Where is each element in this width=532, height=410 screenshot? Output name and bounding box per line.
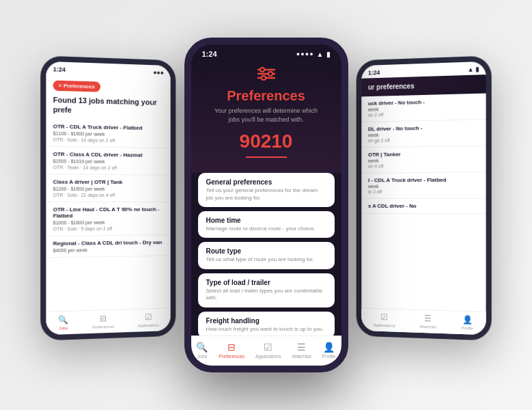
left-time: 1:24 bbox=[53, 66, 66, 73]
menu-item-desc: How much freight you want to touch is up… bbox=[206, 326, 326, 333]
left-job-card[interactable]: Class A driver | OTR | Tank $1200 - $160… bbox=[46, 174, 170, 202]
right-time: 1:24 bbox=[368, 69, 380, 76]
right-watchlist-icon: ☰ bbox=[424, 314, 432, 323]
center-bottom-nav: 🔍 Jobs ⊟ Preferences ☑ Applications ☰ Wa… bbox=[191, 336, 341, 366]
left-job-card[interactable]: OTR - CDL A Truck driver - Flatbed $1100… bbox=[46, 119, 170, 148]
right-job-tags: on 4 off bbox=[368, 163, 479, 168]
center-time: 1:24 bbox=[202, 50, 217, 58]
watchlist-icon: ☰ bbox=[297, 342, 306, 353]
zip-underline bbox=[246, 156, 287, 158]
menu-item-title: Freight handling bbox=[206, 317, 326, 325]
center-menu-item[interactable]: Home time Marriage route or divorce rout… bbox=[198, 211, 335, 238]
preferences-badge[interactable]: ≡ Preferences bbox=[53, 81, 100, 92]
center-menu-item[interactable]: General preferences Tell us your general… bbox=[198, 173, 335, 207]
left-screen: 1:24 ●●● ≡ Preferences Found 13 jobs mat… bbox=[46, 62, 170, 335]
center-nav-applications[interactable]: ☑ Applications bbox=[255, 342, 281, 359]
filter-icon: ⊟ bbox=[100, 314, 107, 323]
job-title: OTR - Class A CDL driver - Hazmat bbox=[53, 151, 164, 159]
left-nav-jobs[interactable]: 🔍 Jobs bbox=[58, 315, 68, 331]
right-job-list: uck driver - No touch - week on 2 off DL… bbox=[361, 94, 486, 312]
right-job-card[interactable]: s A CDL driver - No bbox=[361, 199, 486, 214]
right-job-tags: on go 2 off bbox=[368, 137, 479, 143]
right-job-card[interactable]: I - CDL A Truck driver - Flatbed week in… bbox=[361, 172, 486, 199]
right-nav-profile[interactable]: 👤 Profile bbox=[462, 315, 473, 331]
right-job-card[interactable]: OTR | Tanker week on 4 off bbox=[361, 146, 486, 174]
zip-code[interactable]: 90210 bbox=[240, 131, 293, 152]
center-screen: Preferences Your preferences will determ… bbox=[191, 61, 341, 366]
center-menu-item[interactable]: Type of load / trailer Select all load /… bbox=[198, 273, 335, 308]
center-status-icons: ●●●● ▲ ▮ bbox=[296, 51, 331, 58]
job-pay: $1100 - $1600 per week bbox=[53, 131, 164, 137]
job-tags: OTR · Team · 14 days on 2 off bbox=[53, 165, 164, 170]
right-job-card[interactable]: DL driver - No touch - week on go 2 off bbox=[361, 120, 486, 148]
jobs-search-icon: 🔍 bbox=[196, 342, 208, 353]
job-pay: $1000 - $1600 per week bbox=[53, 219, 164, 225]
svg-point-3 bbox=[260, 68, 264, 72]
found-jobs-text: Found 13 jobs matching your prefe bbox=[53, 95, 164, 117]
center-nav-watchlist[interactable]: ☰ Watchlist bbox=[292, 342, 311, 359]
right-job-title: I - CDL A Truck driver - Flatbed bbox=[368, 177, 479, 184]
right-header-title: ur preferences bbox=[368, 81, 479, 92]
applications-icon: ☑ bbox=[145, 312, 152, 322]
center-nav-preferences[interactable]: ⊟ Preferences bbox=[219, 342, 244, 359]
left-nav-applications[interactable]: ☑ Applications bbox=[138, 312, 159, 328]
job-tags: OTR · Solo · 21 days on 4 off bbox=[53, 192, 164, 197]
center-subtitle: Your preferences will determine which jo… bbox=[202, 107, 331, 124]
right-bottom-nav: ☑ Applications ☰ Watchlist 👤 Profile bbox=[361, 308, 486, 335]
right-nav-watchlist[interactable]: ☰ Watchlist bbox=[420, 314, 436, 329]
right-job-pay: week bbox=[368, 157, 479, 163]
signal-icon: ●●●● bbox=[296, 51, 314, 57]
job-tags: OTR · Solo · 14 days on 2 off bbox=[53, 137, 164, 143]
search-icon: 🔍 bbox=[58, 315, 68, 325]
left-nav-preferences[interactable]: ⊟ Preferences bbox=[92, 314, 114, 329]
right-job-tags: in 2 off bbox=[368, 189, 479, 194]
right-job-title: OTR | Tanker bbox=[368, 150, 479, 158]
center-menu-item[interactable]: Freight handling How much freight you wa… bbox=[198, 312, 335, 336]
right-nav-applications[interactable]: ☑ Applications bbox=[374, 312, 395, 328]
applications-check-icon: ☑ bbox=[264, 342, 272, 353]
job-title: OTR - Line Haul - CDL A T 90% no touch -… bbox=[53, 206, 164, 219]
left-bottom-nav: 🔍 Jobs ⊟ Preferences ☑ Applications bbox=[46, 308, 170, 335]
center-filter-icon bbox=[257, 66, 276, 85]
job-title: Regional - Class A CDL dri touch - Dry v… bbox=[53, 239, 164, 247]
job-pay: $1500 - $1019 per week bbox=[53, 159, 164, 165]
left-job-card[interactable]: OTR - Class A CDL driver - Hazmat $1500 … bbox=[46, 146, 170, 175]
center-title: Preferences bbox=[227, 88, 305, 104]
left-job-card[interactable]: OTR - Line Haul - CDL A T 90% no touch -… bbox=[46, 202, 170, 236]
center-menu-item[interactable]: Route type Tell us what type of route yo… bbox=[198, 242, 335, 269]
job-pay: $1200 - $1600 per week bbox=[53, 186, 164, 191]
right-screen: 1:24 ▲ ▮ ur preferences uck driver - No … bbox=[361, 62, 486, 335]
svg-point-5 bbox=[262, 76, 266, 80]
right-job-card[interactable]: uck driver - No touch - week on 2 off bbox=[361, 94, 486, 122]
menu-item-desc: Select all load / trailer types you are … bbox=[206, 288, 326, 302]
right-phone: 1:24 ▲ ▮ ur preferences uck driver - No … bbox=[356, 55, 492, 340]
preferences-filter-icon: ⊟ bbox=[227, 342, 236, 353]
right-icons: ▲ ▮ bbox=[468, 66, 479, 73]
menu-item-title: Type of load / trailer bbox=[206, 279, 326, 286]
job-pay: $4000 per week bbox=[53, 247, 164, 253]
center-nav-profile[interactable]: 👤 Profile bbox=[322, 342, 336, 359]
center-menu-list: General preferences Tell us your general… bbox=[191, 173, 341, 336]
menu-item-desc: Tell us your general preferences for the… bbox=[206, 187, 326, 202]
menu-item-desc: Marriage route or divorce route - your c… bbox=[206, 226, 326, 232]
menu-item-title: Route type bbox=[206, 247, 326, 255]
center-header: Preferences Your preferences will determ… bbox=[191, 61, 341, 173]
job-title: OTR - CDL A Truck driver - Flatbed bbox=[53, 123, 164, 131]
profile-icon: 👤 bbox=[323, 342, 335, 353]
left-header: ≡ Preferences Found 13 jobs matching you… bbox=[46, 74, 170, 121]
right-profile-icon: 👤 bbox=[462, 315, 473, 325]
battery-icon: ▮ bbox=[326, 51, 331, 58]
left-phone: 1:24 ●●● ≡ Preferences Found 13 jobs mat… bbox=[40, 55, 176, 340]
menu-item-title: General preferences bbox=[206, 178, 326, 186]
job-title: Class A driver | OTR | Tank bbox=[53, 178, 164, 185]
center-phone: 1:24 ●●●● ▲ ▮ Prefe bbox=[184, 38, 348, 372]
menu-item-title: Home time bbox=[206, 217, 326, 224]
scene: 1:24 ●●● ≡ Preferences Found 13 jobs mat… bbox=[0, 0, 532, 410]
right-job-title: s A CDL driver - No bbox=[368, 203, 479, 209]
center-status-bar: 1:24 ●●●● ▲ ▮ bbox=[191, 44, 341, 61]
left-job-list: OTR - CDL A Truck driver - Flatbed $1100… bbox=[46, 119, 170, 312]
center-nav-jobs[interactable]: 🔍 Jobs bbox=[196, 342, 208, 359]
right-job-pay: week bbox=[368, 184, 479, 189]
left-job-card[interactable]: Regional - Class A CDL dri touch - Dry v… bbox=[46, 235, 170, 258]
job-tags: OTR · Solo · 5 days on 2 off bbox=[53, 226, 164, 231]
